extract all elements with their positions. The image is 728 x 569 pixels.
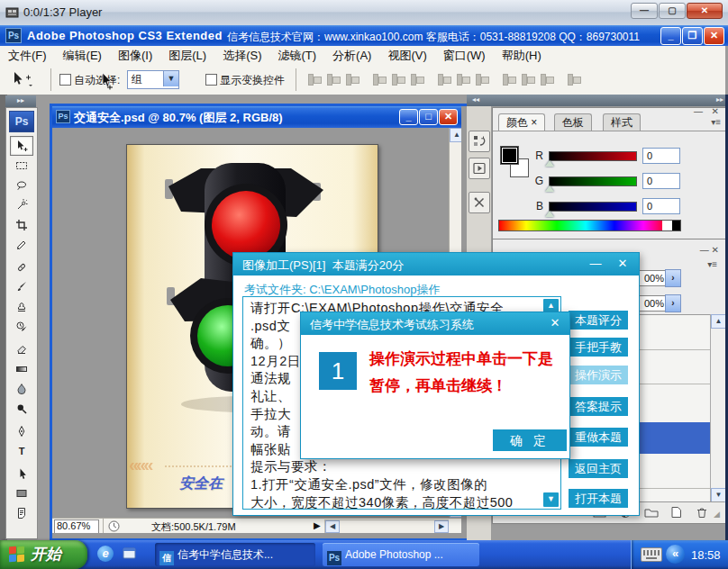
clone-stamp-tool-icon[interactable]	[10, 297, 33, 317]
notification-titlebar[interactable]: 信考中学信息技术考试练习系统 ✕	[301, 312, 569, 335]
align-icon-10[interactable]	[519, 72, 536, 86]
player-close-button[interactable]: ✕	[687, 3, 723, 19]
path-selection-tool-icon[interactable]	[10, 464, 33, 483]
new-group-icon[interactable]	[644, 506, 659, 519]
align-icon-6[interactable]	[435, 72, 452, 86]
exam-close-icon[interactable]: ✕	[615, 257, 630, 270]
exam-dialog-titlebar[interactable]: 图像加工(PS)[1] 本题满分20分 — ✕	[233, 253, 639, 275]
align-icon-12[interactable]	[565, 72, 582, 86]
side-button-0[interactable]: 本题评分	[569, 311, 628, 330]
dock-collapse-header[interactable]: ◂◂▸▸	[467, 95, 728, 106]
rectangle-shape-tool-icon[interactable]	[10, 483, 33, 503]
scroll-left-icon[interactable]: ◀	[325, 520, 340, 533]
spectrum-black-swatch[interactable]	[672, 220, 681, 231]
slice-tool-icon[interactable]	[10, 235, 33, 255]
actions-panel-icon[interactable]	[469, 158, 490, 179]
menu-6[interactable]: 分析(A)	[324, 46, 379, 65]
dodge-tool-icon[interactable]	[10, 399, 33, 419]
channel-slider-R[interactable]	[549, 151, 637, 161]
align-icon-2[interactable]	[343, 72, 360, 86]
player-maximize-button[interactable]: ▢	[659, 3, 686, 19]
auto-select-checkbox[interactable]	[59, 74, 71, 86]
doc-minimize-button[interactable]: _	[399, 109, 418, 125]
scroll-up-icon[interactable]: ▲	[450, 128, 461, 142]
channel-value-G[interactable]: 0	[642, 173, 680, 189]
player-minimize-button[interactable]: —	[631, 3, 658, 19]
document-titlebar[interactable]: Ps 交通安全.psd @ 80.7% (图层 2, RGB/8) _ □ ✕	[52, 106, 461, 128]
move-tool-option-icon[interactable]	[9, 70, 32, 92]
spot-healing-tool-icon[interactable]	[10, 257, 33, 277]
internet-explorer-icon[interactable]: e	[97, 546, 114, 562]
align-icon-5[interactable]	[408, 72, 425, 86]
align-icon-4[interactable]	[389, 72, 406, 86]
tool-presets-panel-icon[interactable]	[469, 192, 490, 213]
exam-minimize-icon[interactable]: —	[588, 257, 603, 270]
ps-close-button[interactable]: ✕	[704, 27, 724, 45]
ps-restore-button[interactable]: ❐	[682, 27, 703, 45]
menu-0[interactable]: 文件(F)	[0, 46, 55, 65]
align-icon-11[interactable]	[538, 72, 555, 86]
history-brush-tool-icon[interactable]	[10, 317, 33, 337]
menu-2[interactable]: 图像(I)	[110, 46, 160, 65]
ps-minimize-button[interactable]: _	[660, 27, 681, 45]
brush-tool-icon[interactable]	[10, 277, 33, 297]
foreground-color-swatch[interactable]	[500, 146, 519, 165]
taskbar-item-exam-system[interactable]: 信信考中学信息技术...	[155, 543, 315, 566]
ok-button[interactable]: 确 定	[493, 429, 567, 451]
history-panel-icon[interactable]	[469, 131, 490, 152]
slider-handle-icon[interactable]	[545, 185, 554, 192]
menu-7[interactable]: 视图(V)	[379, 46, 434, 65]
move-tool-icon[interactable]	[10, 136, 33, 156]
tab-styles[interactable]: 样式	[603, 113, 641, 131]
quick-selection-tool-icon[interactable]	[10, 195, 33, 215]
align-icon-8[interactable]	[473, 72, 490, 86]
layers-scrollbar[interactable]: ▲ ▼	[710, 314, 725, 501]
menu-8[interactable]: 窗口(W)	[435, 46, 494, 65]
slider-handle-icon[interactable]	[545, 160, 554, 167]
panel-resize-grip[interactable]: ◢	[714, 510, 720, 519]
crop-tool-icon[interactable]	[10, 215, 33, 235]
quick-launch-icon[interactable]	[123, 546, 138, 561]
notification-close-icon[interactable]: ✕	[548, 316, 562, 330]
slider-handle-icon[interactable]	[545, 211, 554, 217]
chevron-down-icon[interactable]: ▼	[163, 71, 178, 86]
new-layer-icon[interactable]	[670, 506, 683, 519]
tab-swatches[interactable]: 色板	[554, 113, 592, 131]
side-button-5[interactable]: 返回主页	[569, 459, 628, 478]
blur-tool-icon[interactable]	[10, 379, 33, 399]
align-icon-1[interactable]	[324, 72, 341, 86]
doc-maximize-button[interactable]: □	[419, 109, 438, 125]
tab-color[interactable]: 颜色 ×	[498, 113, 545, 131]
gradient-tool-icon[interactable]	[10, 359, 33, 379]
side-button-4[interactable]: 重做本题	[569, 428, 628, 447]
opacity-arrow-icon[interactable]: ›	[665, 269, 681, 287]
show-transform-checkbox[interactable]	[205, 74, 217, 86]
language-tray-icon[interactable]: «	[666, 545, 685, 564]
channel-slider-B[interactable]	[549, 202, 637, 212]
horizontal-scrollbar[interactable]: ◀ ▶	[324, 519, 449, 533]
doc-close-button[interactable]: ✕	[439, 109, 458, 125]
zoom-level-field[interactable]: 80.67%	[54, 519, 99, 533]
scroll-down-icon[interactable]: ▼	[711, 488, 726, 502]
rectangular-marquee-tool-icon[interactable]	[10, 156, 33, 176]
layers-minimize-icon[interactable]: — ✕	[700, 245, 719, 255]
menu-1[interactable]: 编辑(E)	[55, 46, 110, 65]
pen-tool-icon[interactable]	[10, 421, 33, 441]
status-menu-arrow-icon[interactable]: ▶	[314, 520, 321, 530]
photoshop-titlebar[interactable]: Ps Adobe Photoshop CS3 Extended 信考信息技术官网…	[0, 25, 728, 46]
auto-select-dropdown[interactable]: 组 ▼	[127, 70, 179, 89]
align-icon-7[interactable]	[454, 72, 471, 86]
side-button-6[interactable]: 打开本题	[569, 489, 628, 508]
layers-menu-icon[interactable]: ▾≡	[707, 259, 717, 269]
fill-arrow-icon[interactable]: ›	[665, 294, 681, 312]
channel-slider-G[interactable]	[549, 176, 637, 186]
align-icon-3[interactable]	[370, 72, 387, 86]
lasso-tool-icon[interactable]	[10, 176, 33, 195]
keyboard-tray-icon[interactable]	[641, 547, 662, 562]
panel-menu-icon[interactable]: ▾≡	[711, 117, 721, 127]
side-button-3[interactable]: 答案提示	[569, 397, 628, 416]
menu-5[interactable]: 滤镜(T)	[269, 46, 324, 65]
textarea-scroll-down-icon[interactable]: ▼	[543, 492, 559, 507]
start-button[interactable]: 开始	[0, 540, 87, 569]
menu-4[interactable]: 选择(S)	[214, 46, 269, 65]
